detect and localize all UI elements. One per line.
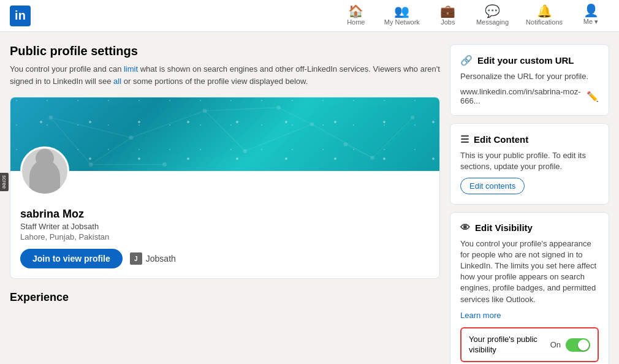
toggle-on-text: On — [550, 340, 561, 349]
nav-me[interactable]: 👤 Me ▾ — [572, 0, 609, 32]
join-to-view-button[interactable]: Join to view profile — [20, 249, 123, 268]
main-container: Public profile settings You control your… — [0, 32, 619, 364]
nav-messaging-label: Messaging — [476, 18, 509, 26]
experience-title: Experience — [10, 291, 440, 304]
visibility-icon: 👁 — [460, 222, 470, 233]
link-icon: 🔗 — [460, 55, 473, 66]
desc-text-1: You control your profile and can — [10, 64, 124, 74]
profile-card: sabrina Moz Staff Writer at Jobsath Laho… — [10, 97, 440, 279]
nav-network-label: My Network — [384, 18, 420, 26]
edit-contents-button[interactable]: Edit contents — [460, 178, 525, 194]
experience-section: Experience — [10, 291, 440, 304]
avatar-head — [36, 149, 54, 167]
url-row: www.linkedin.com/in/sabrina-moz-666... ✏… — [460, 87, 599, 105]
edit-url-icon[interactable]: ✏️ — [587, 91, 599, 102]
side-indicator: scree — [0, 173, 9, 191]
nav-me-label: Me ▾ — [583, 18, 598, 26]
svg-line-19 — [91, 138, 131, 165]
header: in 🏠 Home 👥 My Network 💼 Jobs 💬 Messagin… — [0, 0, 619, 32]
toggle-label: Your profile's public visibility — [469, 335, 550, 355]
avatar — [20, 146, 69, 195]
edit-content-description: This is your public profile. To edit its… — [460, 150, 599, 172]
svg-line-11 — [51, 118, 131, 138]
desc-text-3: or some portions of the profile view dis… — [121, 77, 308, 86]
custom-url-title-text: Edit your custom URL — [477, 55, 574, 66]
edit-visibility-description: You control your profile's appearance fo… — [460, 238, 599, 305]
profile-actions: Join to view profile J Jobsath — [20, 249, 430, 268]
svg-line-13 — [205, 111, 245, 151]
desc-link-limit[interactable]: limit — [124, 64, 138, 74]
profile-location: Lahore, Punjab, Pakistan — [20, 232, 430, 241]
svg-line-12 — [131, 111, 205, 138]
profile-banner — [10, 97, 439, 171]
nav-home[interactable]: 🏠 Home — [338, 0, 374, 32]
edit-visibility-title-text: Edit Visibility — [475, 222, 533, 233]
svg-line-22 — [205, 107, 278, 110]
messaging-icon: 💬 — [485, 5, 500, 17]
toggle-right: On — [550, 338, 590, 352]
home-icon: 🏠 — [348, 5, 363, 17]
avatar-figure — [29, 160, 60, 194]
custom-url-description: Personalize the URL for your profile. — [460, 71, 599, 82]
profile-headline: Staff Writer at Jobsath — [20, 222, 430, 231]
jobs-icon: 💼 — [440, 5, 455, 17]
public-visibility-toggle-box: Your profile's public visibility On — [460, 327, 599, 363]
notifications-icon: 🔔 — [537, 5, 552, 17]
edit-content-card: ☰ Edit Content This is your public profi… — [450, 123, 609, 204]
toggle-thumb — [578, 339, 589, 351]
nav-jobs-label: Jobs — [441, 18, 455, 26]
nav-my-network[interactable]: 👥 My Network — [377, 0, 427, 32]
jobsath-label: Jobsath — [146, 254, 176, 264]
custom-url-title: 🔗 Edit your custom URL — [460, 55, 599, 66]
svg-line-16 — [373, 118, 413, 158]
page-title-section: Public profile settings You control your… — [10, 44, 440, 87]
svg-line-14 — [245, 124, 312, 151]
main-nav: 🏠 Home 👥 My Network 💼 Jobs 💬 Messaging 🔔… — [338, 0, 609, 32]
banner-network-svg — [10, 97, 439, 171]
desc-link-all[interactable]: all — [113, 77, 121, 86]
nav-home-label: Home — [347, 18, 365, 26]
network-icon: 👥 — [394, 5, 409, 17]
learn-more-link[interactable]: Learn more — [460, 311, 501, 320]
profile-info: sabrina Moz Staff Writer at Jobsath Laho… — [20, 208, 430, 268]
nav-notifications[interactable]: 🔔 Notifications — [518, 0, 570, 32]
page-title: Public profile settings — [10, 44, 440, 58]
edit-visibility-title: 👁 Edit Visibility — [460, 222, 599, 233]
me-icon: 👤 — [583, 4, 599, 17]
custom-url-card: 🔗 Edit your custom URL Personalize the U… — [450, 44, 609, 116]
svg-line-20 — [279, 107, 313, 124]
public-visibility-toggle[interactable] — [566, 338, 590, 352]
url-text: www.linkedin.com/in/sabrina-moz-666... — [460, 87, 582, 105]
linkedin-logo[interactable]: in — [10, 6, 31, 26]
jobsath-link[interactable]: J Jobsath — [130, 252, 176, 265]
edit-content-title: ☰ Edit Content — [460, 134, 599, 145]
jobsath-icon: J — [130, 252, 142, 265]
nav-messaging[interactable]: 💬 Messaging — [469, 0, 516, 32]
svg-line-21 — [346, 145, 373, 158]
nav-jobs[interactable]: 💼 Jobs — [430, 0, 466, 32]
edit-content-title-text: Edit Content — [474, 134, 528, 145]
left-panel: Public profile settings You control your… — [10, 44, 440, 364]
nav-notifications-label: Notifications — [526, 18, 563, 26]
edit-content-icon: ☰ — [460, 134, 469, 145]
svg-line-15 — [312, 124, 372, 158]
right-panel: 🔗 Edit your custom URL Personalize the U… — [450, 44, 609, 364]
profile-body: sabrina Moz Staff Writer at Jobsath Laho… — [10, 171, 439, 278]
page-description: You control your profile and can limit w… — [10, 63, 440, 87]
profile-name: sabrina Moz — [20, 208, 430, 221]
edit-visibility-card: 👁 Edit Visibility You control your profi… — [450, 212, 609, 364]
